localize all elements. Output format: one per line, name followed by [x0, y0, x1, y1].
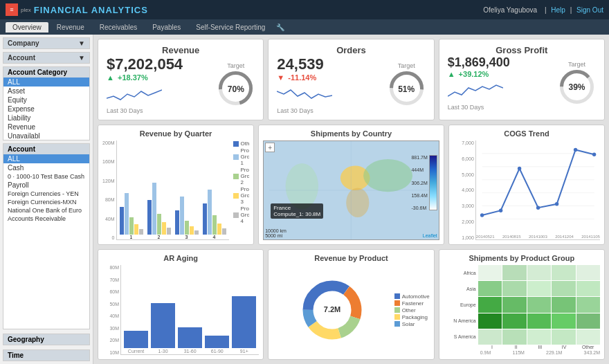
ar-91plus: [232, 296, 256, 348]
ar-31-60: [178, 327, 202, 348]
tab-revenue[interactable]: Revenue: [50, 22, 91, 33]
tab-payables[interactable]: Payables: [145, 22, 188, 33]
row-europe: Europe: [444, 302, 476, 307]
help-link[interactable]: Help: [551, 6, 565, 14]
category-revenue[interactable]: Revenue: [3, 122, 89, 131]
revenue-by-product-title: Revenue by Product: [273, 254, 429, 262]
legend-pg4-label: Product Group 4: [241, 206, 250, 224]
account-mxn[interactable]: Foreign Currencies-MXN: [3, 198, 89, 206]
ar-aging-card: AR Aging 80M 70M 60M 50M 40M 30M 20M 10M: [98, 249, 264, 360]
cogs-trend-card: COGS Trend 7,000 6,000 5,000 4,000 3,000…: [448, 125, 605, 245]
heatmap-col-headers: I II III IV Other: [444, 345, 600, 349]
product-other-dot: [394, 307, 400, 313]
account-all[interactable]: ALL: [3, 154, 89, 163]
col-i: I: [480, 345, 505, 349]
product-fastener-label: Fastener: [402, 300, 424, 307]
legend-pg2: Product Group 2: [233, 167, 250, 185]
svg-point-19: [480, 213, 484, 217]
nav-bar: Overview Revenue Receivables Payables Se…: [0, 19, 609, 35]
category-all[interactable]: ALL: [3, 78, 89, 87]
heatmap-scale-3: 229.1M: [546, 350, 562, 355]
svg-point-10: [346, 188, 369, 217]
heatmap-cell-sa-4: [552, 329, 575, 345]
account-cash[interactable]: Cash: [3, 163, 89, 172]
map-credit[interactable]: Leaflet: [423, 233, 437, 238]
revenue-target: Target 70%: [217, 62, 255, 107]
heat-4: 158.4M: [411, 193, 427, 198]
map-zoom-in[interactable]: +: [265, 143, 275, 152]
company-chevron: ▼: [78, 39, 85, 47]
orders-target: Target 51%: [388, 62, 426, 107]
rbq-y5: 160M: [102, 159, 115, 164]
ar-aging-body: 80M 70M 60M 50M 40M 30M 20M 10M: [102, 265, 259, 355]
gross-profit-change-text: +39.12%: [459, 70, 489, 78]
ar-bars: [121, 265, 259, 348]
revenue-last-days: Last 30 Days: [107, 107, 217, 114]
legend-pg1-label: Product Group 1: [241, 147, 250, 166]
middle-charts-row: Revenue by Quarter 200M 160M 120M 80M 40…: [98, 125, 605, 245]
ar-61-90-bar: [205, 336, 229, 348]
orders-title: Orders: [277, 45, 425, 55]
rbq-bars: 1 2: [116, 140, 229, 240]
legend-pg4: Product Group 4: [233, 206, 250, 224]
category-liability[interactable]: Liability: [3, 113, 89, 122]
heatmap-cell-sa-2: [502, 329, 526, 345]
time-filter[interactable]: Time: [3, 349, 90, 361]
orders-last-days: Last 30 Days: [277, 107, 387, 114]
account-header[interactable]: Account ▼: [3, 53, 89, 63]
rbq-q3: 3: [175, 197, 199, 239]
tab-receivables[interactable]: Receivables: [93, 22, 144, 33]
bottom-charts-row: AR Aging 80M 70M 60M 50M 40M 30M 20M 10M: [98, 249, 605, 360]
account-yen[interactable]: Foreign Currencies - YEN: [3, 190, 89, 198]
heatmap-cell-na-2: [502, 313, 526, 329]
signout-link[interactable]: Sign Out: [576, 6, 603, 14]
row-asia: Asia: [444, 286, 476, 291]
tab-overview[interactable]: Overview: [6, 22, 48, 33]
orders-target-label: Target: [398, 62, 415, 69]
orders-kpi: Orders 24,539 ▼ -11.14% Last 30 Days: [268, 39, 434, 120]
gross-profit-arrow: ▲: [448, 70, 455, 78]
rbq-q1-pg2: [129, 217, 134, 235]
category-expense[interactable]: Expense: [3, 104, 89, 113]
category-section: Account Category ALL Asset Equity Expens…: [3, 66, 90, 140]
account-testbase[interactable]: 0 · 1000-10 Test Base Cash: [3, 172, 89, 181]
product-packaging-label: Packaging: [402, 314, 428, 320]
gross-profit-gauge-pct: 39%: [568, 82, 585, 92]
account-payroll[interactable]: Payroll: [3, 181, 89, 190]
account-national[interactable]: National One Bank of Euro: [3, 206, 89, 215]
cogs-trend-body: 7,000 6,000 5,000 4,000 3,000 2,000 1,00…: [453, 140, 600, 240]
rbq-q4-other: [203, 203, 207, 235]
heat-max: 881.7M: [411, 155, 427, 160]
rbq-y1: 0: [102, 235, 115, 240]
revenue-value: $7,202,054: [107, 55, 217, 73]
account-interco[interactable]: Intercompany AR: [3, 223, 89, 224]
rbq-q2-label: 2: [158, 235, 161, 239]
company-header[interactable]: Company ▼: [3, 38, 89, 48]
tab-self-service[interactable]: Self-Service Reporting: [189, 22, 272, 33]
svg-point-22: [536, 206, 540, 210]
menu-icon[interactable]: ≡: [6, 3, 18, 16]
ar-1-30: [151, 303, 175, 348]
geography-filter[interactable]: Geography: [3, 334, 90, 345]
orders-left: 24,539 ▼ -11.14% Last 30 Days: [277, 55, 387, 114]
heatmap-cell-na-1: [478, 313, 502, 329]
rbq-q1: 1: [120, 193, 143, 239]
category-asset[interactable]: Asset: [3, 87, 89, 95]
orders-gauge-pct: 51%: [398, 84, 415, 93]
revenue-by-quarter-card: Revenue by Quarter 200M 160M 120M 80M 40…: [98, 125, 254, 245]
shipments-by-product-group-card: Shipments by Product Group Africa Asia E…: [439, 249, 605, 360]
donut-svg: 7.2M: [298, 275, 367, 345]
rbq-q2-pg1: [152, 183, 156, 235]
category-equity[interactable]: Equity: [3, 95, 89, 104]
heatmap-cell-asia-4: [552, 281, 575, 296]
map-area: +: [263, 140, 439, 240]
category-unavail[interactable]: Unavailabl: [3, 131, 89, 140]
shipments-country-title: Shipments by Country: [263, 129, 439, 138]
account-ar[interactable]: Accounts Receivable: [3, 215, 89, 223]
rbq-q4: 4: [203, 190, 226, 239]
row-africa: Africa: [444, 271, 476, 275]
map-heatbar: [429, 155, 437, 210]
main-layout: Company ▼ Account ▼ Account Category ALL…: [0, 35, 609, 364]
donut-center-text: 7.2M: [324, 305, 340, 313]
heatmap-body: Africa Asia Europe N America S America: [444, 265, 600, 355]
